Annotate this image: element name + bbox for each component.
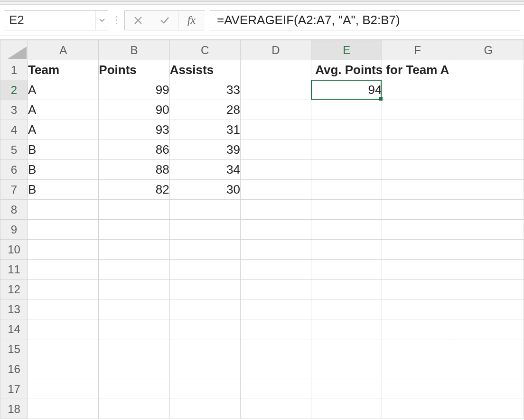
select-all-button[interactable] xyxy=(0,40,28,60)
row-header-10[interactable]: 10 xyxy=(0,240,28,260)
cell-A9[interactable] xyxy=(28,220,99,240)
col-header-G[interactable]: G xyxy=(453,40,524,60)
cell-G18[interactable] xyxy=(453,399,524,419)
cell-E12[interactable] xyxy=(311,280,382,299)
row-header-17[interactable]: 17 xyxy=(0,379,28,399)
col-header-F[interactable]: F xyxy=(382,40,453,60)
cell-B18[interactable] xyxy=(99,399,169,419)
cell-E9[interactable] xyxy=(311,220,382,240)
cell-D2[interactable] xyxy=(240,80,311,100)
cell-E6[interactable] xyxy=(311,160,382,180)
cell-F16[interactable] xyxy=(382,359,453,379)
cell-E7[interactable] xyxy=(311,180,382,200)
cell-E10[interactable] xyxy=(311,240,382,260)
cell-B14[interactable] xyxy=(99,319,169,339)
cell-C12[interactable] xyxy=(169,280,240,299)
cell-B10[interactable] xyxy=(99,240,169,260)
row-header-13[interactable]: 13 xyxy=(0,299,28,319)
cancel-button[interactable] xyxy=(125,11,151,30)
cell-C8[interactable] xyxy=(169,200,240,220)
cell-G1[interactable] xyxy=(453,60,524,80)
row-header-5[interactable]: 5 xyxy=(0,140,28,160)
cell-E11[interactable] xyxy=(311,260,382,280)
cell-C10[interactable] xyxy=(169,240,240,260)
cell-D12[interactable] xyxy=(240,280,311,299)
cell-A12[interactable] xyxy=(28,280,99,299)
row-header-2[interactable]: 2 xyxy=(0,80,28,100)
cell-E3[interactable] xyxy=(311,100,382,120)
cell-F13[interactable] xyxy=(382,299,453,319)
cell-C6[interactable]: 34 xyxy=(169,160,240,180)
cell-G17[interactable] xyxy=(453,379,524,399)
cell-C1[interactable]: Assists xyxy=(169,60,240,80)
cell-G6[interactable] xyxy=(453,160,524,180)
cell-B16[interactable] xyxy=(99,359,169,379)
cell-A5[interactable]: B xyxy=(28,140,99,160)
cell-C14[interactable] xyxy=(169,319,240,339)
cell-F11[interactable] xyxy=(382,260,453,280)
cell-A13[interactable] xyxy=(28,299,99,319)
cell-G3[interactable] xyxy=(453,100,524,120)
cell-B5[interactable]: 86 xyxy=(99,140,169,160)
cell-F8[interactable] xyxy=(382,200,453,220)
cell-A3[interactable]: A xyxy=(28,100,99,120)
cell-G9[interactable] xyxy=(453,220,524,240)
col-header-B[interactable]: B xyxy=(99,40,169,60)
cell-D9[interactable] xyxy=(240,220,311,240)
row-header-4[interactable]: 4 xyxy=(0,120,28,140)
cell-D1[interactable] xyxy=(240,60,311,80)
cell-A18[interactable] xyxy=(28,399,99,419)
row-header-9[interactable]: 9 xyxy=(0,220,28,240)
cell-D11[interactable] xyxy=(240,260,311,280)
cell-D13[interactable] xyxy=(240,299,311,319)
cell-G13[interactable] xyxy=(453,299,524,319)
cell-D5[interactable] xyxy=(240,140,311,160)
cell-C5[interactable]: 39 xyxy=(169,140,240,160)
cell-F15[interactable] xyxy=(382,339,453,359)
cell-B3[interactable]: 90 xyxy=(99,100,169,120)
cell-C13[interactable] xyxy=(169,299,240,319)
cell-C4[interactable]: 31 xyxy=(169,120,240,140)
cell-A17[interactable] xyxy=(28,379,99,399)
cell-A4[interactable]: A xyxy=(28,120,99,140)
cell-C15[interactable] xyxy=(169,339,240,359)
cell-A7[interactable]: B xyxy=(28,180,99,200)
cell-F7[interactable] xyxy=(382,180,453,200)
cell-B13[interactable] xyxy=(99,299,169,319)
cell-G5[interactable] xyxy=(453,140,524,160)
cell-A10[interactable] xyxy=(28,240,99,260)
row-header-3[interactable]: 3 xyxy=(0,100,28,120)
cell-D16[interactable] xyxy=(240,359,311,379)
cell-B12[interactable] xyxy=(99,280,169,299)
cell-A6[interactable]: B xyxy=(28,160,99,180)
cell-D8[interactable] xyxy=(240,200,311,220)
cell-F4[interactable] xyxy=(382,120,453,140)
cell-B7[interactable]: 82 xyxy=(99,180,169,200)
cell-C17[interactable] xyxy=(169,379,240,399)
row-header-14[interactable]: 14 xyxy=(0,319,28,339)
cell-F12[interactable] xyxy=(382,280,453,299)
cell-B4[interactable]: 93 xyxy=(99,120,169,140)
cell-A8[interactable] xyxy=(28,200,99,220)
cell-C3[interactable]: 28 xyxy=(169,100,240,120)
cell-B6[interactable]: 88 xyxy=(99,160,169,180)
cell-B11[interactable] xyxy=(99,260,169,280)
cell-E2[interactable]: 94 xyxy=(311,80,382,100)
cell-F18[interactable] xyxy=(382,399,453,419)
cell-G15[interactable] xyxy=(453,339,524,359)
cell-D10[interactable] xyxy=(240,240,311,260)
cell-G12[interactable] xyxy=(453,280,524,299)
insert-function-button[interactable]: fx xyxy=(178,11,205,30)
cell-C9[interactable] xyxy=(169,220,240,240)
cell-G7[interactable] xyxy=(453,180,524,200)
cell-F2[interactable] xyxy=(382,80,453,100)
cell-E1[interactable]: Avg. Points for Team A xyxy=(311,60,382,80)
name-box-dropdown[interactable] xyxy=(95,11,108,30)
cell-F17[interactable] xyxy=(382,379,453,399)
cell-B8[interactable] xyxy=(99,200,169,220)
cell-D7[interactable] xyxy=(240,180,311,200)
cell-G16[interactable] xyxy=(453,359,524,379)
row-header-11[interactable]: 11 xyxy=(0,260,28,280)
col-header-D[interactable]: D xyxy=(240,40,311,60)
cell-E8[interactable] xyxy=(311,200,382,220)
